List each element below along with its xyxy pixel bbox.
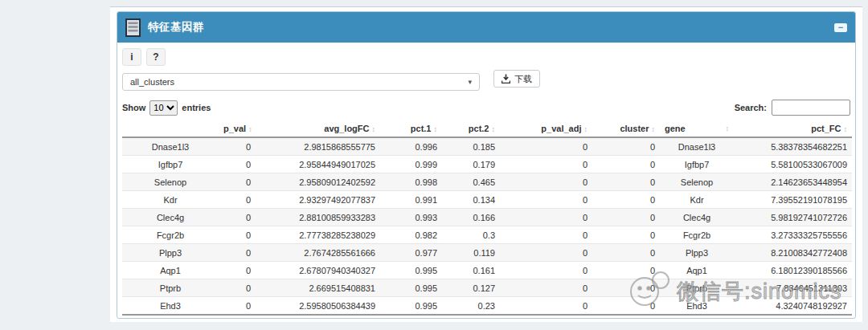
search-input[interactable] <box>772 100 850 116</box>
table-icon <box>125 18 141 37</box>
cell-pct_2: 0.161 <box>442 262 500 279</box>
info-button[interactable]: i <box>122 48 141 66</box>
cell-p_val_adj: 0 <box>500 137 592 156</box>
cell-pct_1: 0.995 <box>380 262 442 279</box>
cell-pct_FC: 6.18012390185566 <box>734 262 852 279</box>
cell-pct_2: 0.3 <box>442 226 500 244</box>
cell-avg_logFC: 2.9815868555775 <box>256 137 380 156</box>
column-header-pct_1[interactable]: pct.1↕ <box>380 120 442 137</box>
table-row[interactable]: Dnase1l302.98158685557750.9960.18500Dnas… <box>122 137 852 156</box>
cell-p_val: 0 <box>219 297 256 316</box>
cell-pct_1: 0.999 <box>380 156 442 173</box>
box-body: i ? all_clusters ▾ <box>117 43 855 318</box>
sort-icon[interactable]: ↕ <box>652 125 656 133</box>
table-head: p_val↕avg_logFC↕pct.1↕pct.2↕p_val_adj↕cl… <box>122 120 852 137</box>
cell-gene: Dnase1l3 <box>660 137 734 156</box>
download-icon <box>502 74 510 84</box>
sort-icon[interactable]: ↕ <box>248 125 252 133</box>
cell-rownames: Clec4g <box>122 209 219 226</box>
cell-avg_logFC: 2.59580506384439 <box>256 297 380 316</box>
cell-pct_1: 0.982 <box>380 226 442 244</box>
cell-pct_1: 0.977 <box>380 244 442 262</box>
table-row[interactable]: Kdr02.932974920778370.9910.13400Kdr7.395… <box>122 191 852 209</box>
column-label: pct.1 <box>411 124 432 133</box>
cell-cluster: 0 <box>592 137 660 156</box>
cell-p_val: 0 <box>219 137 256 156</box>
cell-cluster: 0 <box>592 191 660 209</box>
cell-gene: Clec4g <box>660 209 734 226</box>
cell-gene: Plpp3 <box>660 244 734 262</box>
help-button[interactable]: ? <box>146 48 166 66</box>
cell-p_val: 0 <box>219 279 256 297</box>
cell-pct_2: 0.185 <box>442 137 500 156</box>
cell-pct_FC: 5.38378354682251 <box>734 137 852 156</box>
show-label: Show <box>122 103 145 112</box>
cell-pct_1: 0.991 <box>380 191 442 209</box>
cell-pct_FC: 5.58100533067009 <box>734 156 852 173</box>
cell-p_val_adj: 0 <box>500 173 592 191</box>
sort-icon[interactable]: ↕ <box>844 125 848 133</box>
table-controls: Show 10 entries Search: <box>122 100 850 116</box>
cell-cluster: 0 <box>592 226 660 244</box>
table-row[interactable]: Fcgr2b02.777382852380290.9820.300Fcgr2b3… <box>122 226 852 244</box>
cell-avg_logFC: 2.67807940340327 <box>256 262 380 279</box>
table-row[interactable]: Plpp302.76742855616660.9770.11900Plpp38.… <box>122 244 852 262</box>
cell-p_val_adj: 0 <box>500 226 592 244</box>
cell-gene: Aqp1 <box>660 262 734 279</box>
cell-p_val_adj: 0 <box>500 297 592 316</box>
table-row[interactable]: Igfbp702.958449490170250.9990.17900Igfbp… <box>122 156 852 173</box>
page-background: 特征基因群 − i ? all_clusters ▾ <box>0 0 868 330</box>
collapse-button[interactable]: − <box>834 23 847 32</box>
table-row[interactable]: Aqp102.678079403403270.9950.16100Aqp16.1… <box>122 262 852 279</box>
column-header-p_val_adj[interactable]: p_val_adj↕ <box>500 120 592 137</box>
cell-gene: Fcgr2b <box>660 226 734 244</box>
column-header-pct_FC[interactable]: pct_FC↕ <box>734 120 852 137</box>
cell-p_val: 0 <box>219 156 256 173</box>
column-label: avg_logFC <box>324 124 369 133</box>
column-header-pct_2[interactable]: pct.2↕ <box>442 120 500 137</box>
cell-pct_1: 0.993 <box>380 209 442 226</box>
cell-cluster: 0 <box>592 244 660 262</box>
cell-p_val: 0 <box>219 226 256 244</box>
table-row[interactable]: Ehd302.595805063844390.9950.2300Ehd34.32… <box>122 297 852 316</box>
cell-rownames: Igfbp7 <box>122 156 219 173</box>
cell-pct_FC: 4.3240748192927 <box>734 297 852 316</box>
cell-gene: Igfbp7 <box>660 156 734 173</box>
column-label: cluster <box>620 124 649 133</box>
column-header-gene[interactable]: gene↕ <box>660 120 734 137</box>
cell-avg_logFC: 2.77738285238029 <box>256 226 380 244</box>
cell-pct_FC: 5.98192741072726 <box>734 209 852 226</box>
cluster-select[interactable]: all_clusters ▾ <box>122 73 480 91</box>
cell-p_val_adj: 0 <box>500 156 592 173</box>
column-label: p_val <box>223 124 246 133</box>
column-label: pct_FC <box>811 124 841 133</box>
table-row[interactable]: Selenop02.958090124025920.9980.46500Sele… <box>122 173 852 191</box>
column-header-rownames[interactable] <box>122 120 219 137</box>
sort-icon[interactable]: ↕ <box>434 125 438 133</box>
sort-icon[interactable]: ↕ <box>492 125 496 133</box>
cell-rownames: Aqp1 <box>122 262 219 279</box>
sort-icon[interactable]: ↕ <box>726 124 730 132</box>
column-header-avg_logFC[interactable]: avg_logFC↕ <box>256 120 380 137</box>
table-row[interactable]: Ptprb02.6695154088310.9950.12700Ptprb7.8… <box>122 279 852 297</box>
cell-pct_1: 0.995 <box>380 297 442 316</box>
cell-cluster: 0 <box>592 173 660 191</box>
cell-rownames: Ehd3 <box>122 297 219 316</box>
box-header: 特征基因群 − <box>117 12 855 43</box>
cell-pct_FC: 2.14623653448954 <box>734 173 852 191</box>
cell-pct_2: 0.179 <box>442 156 500 173</box>
cell-avg_logFC: 2.95844949017025 <box>256 156 380 173</box>
cell-avg_logFC: 2.669515408831 <box>256 279 380 297</box>
cell-p_val_adj: 0 <box>500 191 592 209</box>
box-title: 特征基因群 <box>148 20 204 35</box>
table-row[interactable]: Clec4g02.881008599332830.9930.16600Clec4… <box>122 209 852 226</box>
column-header-cluster[interactable]: cluster↕ <box>592 120 660 137</box>
caret-down-icon: ▾ <box>468 78 472 86</box>
sort-icon[interactable]: ↕ <box>372 125 376 133</box>
page-length-select[interactable]: 10 <box>149 100 178 116</box>
download-button[interactable]: 下载 <box>493 70 540 88</box>
sort-icon[interactable]: ↕ <box>584 125 588 133</box>
column-label: p_val_adj <box>541 124 581 133</box>
cell-gene: Ptprb <box>660 279 734 297</box>
column-header-p_val[interactable]: p_val↕ <box>219 120 256 137</box>
